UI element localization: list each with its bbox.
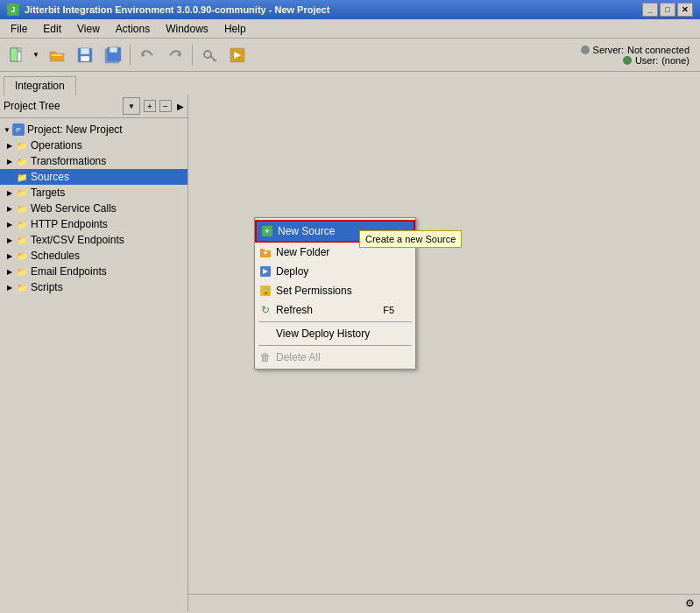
window-controls[interactable]: _ □ ✕ xyxy=(642,3,693,17)
project-tree-label: Project Tree xyxy=(4,100,119,112)
scripts-arrow: ▶ xyxy=(7,284,14,292)
app-icon: J xyxy=(7,4,19,16)
svg-text:🔒: 🔒 xyxy=(261,285,272,296)
server-status-indicator xyxy=(581,46,590,54)
ctx-deploy[interactable]: Deploy xyxy=(255,262,415,281)
open-button[interactable] xyxy=(44,42,70,68)
tree-node-operations[interactable]: ▶ 📁 Operations xyxy=(0,137,187,153)
user-status-indicator xyxy=(623,56,632,65)
ctx-refresh[interactable]: ↻ Refresh F5 xyxy=(255,300,415,320)
server-info: Server: Not connected User: (none) xyxy=(581,45,696,66)
menu-help[interactable]: Help xyxy=(217,21,253,37)
minimize-button[interactable]: _ xyxy=(642,3,658,17)
tree-node-email[interactable]: ▶ 📁 Email Endpoints xyxy=(0,264,187,279)
svg-rect-1 xyxy=(11,48,18,61)
left-panel: Project Tree ▼ + − ▶ ▼ P Project: New Pr… xyxy=(0,95,188,611)
http-folder-icon: 📁 xyxy=(16,218,28,230)
toolbar-separator-2 xyxy=(192,45,193,66)
menu-actions[interactable]: Actions xyxy=(109,21,157,37)
project-arrow: ▼ xyxy=(4,126,11,134)
key-button[interactable] xyxy=(196,42,223,68)
operations-folder-icon: 📁 xyxy=(16,139,28,151)
menu-windows[interactable]: Windows xyxy=(159,21,216,37)
ctx-set-permissions[interactable]: 🔒 Set Permissions xyxy=(255,281,415,300)
ctx-separator-2 xyxy=(258,345,412,346)
tree-node-http[interactable]: ▶ 📁 HTTP Endpoints xyxy=(0,216,187,232)
deploy-button[interactable] xyxy=(224,42,251,68)
tree-node-sources[interactable]: 📁 Sources xyxy=(0,169,187,185)
tab-bar: Integration xyxy=(0,72,700,95)
permissions-icon: 🔒 xyxy=(259,285,272,297)
tree-nav-button[interactable]: ▶ xyxy=(177,102,184,111)
status-bar: ⚙ xyxy=(188,594,700,611)
redo-button[interactable] xyxy=(162,42,188,68)
server-row: Server: Not connected xyxy=(581,45,689,55)
targets-arrow: ▶ xyxy=(7,189,14,197)
tooltip: Create a new Source xyxy=(359,230,462,248)
new-dropdown-button[interactable]: ▼ xyxy=(30,42,42,68)
project-tree: ▼ P Project: New Project ▶ 📁 Operations … xyxy=(0,118,187,611)
user-row: User: (none) xyxy=(623,55,689,66)
ctx-delete-all[interactable]: 🗑 Delete All xyxy=(255,348,415,367)
ctx-view-deploy-history[interactable]: View Deploy History xyxy=(255,324,415,343)
svg-rect-4 xyxy=(81,48,89,54)
delete-all-icon: 🗑 xyxy=(259,351,272,363)
menu-view[interactable]: View xyxy=(70,21,107,37)
tree-node-web-service[interactable]: ▶ 📁 Web Service Calls xyxy=(0,201,187,216)
operations-arrow: ▶ xyxy=(7,142,14,150)
tree-node-transformations[interactable]: ▶ 📁 Transformations xyxy=(0,153,187,169)
new-button[interactable] xyxy=(4,42,30,68)
menu-edit[interactable]: Edit xyxy=(36,21,68,37)
server-value: Not connected xyxy=(627,45,689,55)
title-bar: J Jitterbit Integration Environment 3.0.… xyxy=(0,0,700,19)
tree-expand-button[interactable]: + xyxy=(144,100,156,112)
server-label: Server: xyxy=(593,45,624,55)
http-arrow: ▶ xyxy=(7,221,14,229)
text-csv-arrow: ▶ xyxy=(7,236,14,244)
svg-text:+: + xyxy=(263,249,267,257)
schedules-folder-icon: 📁 xyxy=(16,250,28,262)
tree-node-targets[interactable]: ▶ 📁 Targets xyxy=(0,185,187,201)
main-area: Project Tree ▼ + − ▶ ▼ P Project: New Pr… xyxy=(0,95,700,611)
ctx-separator-1 xyxy=(258,321,412,322)
targets-folder-icon: 📁 xyxy=(16,187,28,199)
tree-node-schedules[interactable]: ▶ 📁 Schedules xyxy=(0,248,187,264)
project-icon: P xyxy=(12,123,25,136)
new-source-icon: + xyxy=(261,225,273,237)
right-panel: + New Source + New Folder xyxy=(188,95,700,611)
svg-marker-10 xyxy=(177,53,180,57)
svg-rect-8 xyxy=(110,47,117,53)
refresh-icon: ↻ xyxy=(259,304,272,316)
scripts-folder-icon: 📁 xyxy=(16,281,28,293)
gear-icon[interactable]: ⚙ xyxy=(682,596,696,610)
menu-bar: File Edit View Actions Windows Help xyxy=(0,19,700,39)
toolbar-separator-1 xyxy=(130,45,131,66)
save-button[interactable] xyxy=(72,42,98,68)
save-all-button[interactable] xyxy=(100,42,126,68)
email-folder-icon: 📁 xyxy=(16,265,28,278)
sources-folder-icon: 📁 xyxy=(16,171,28,183)
toolbar: ▼ xyxy=(0,39,700,72)
undo-button[interactable] xyxy=(134,42,160,68)
tree-node-project[interactable]: ▼ P Project: New Project xyxy=(0,122,187,137)
web-service-folder-icon: 📁 xyxy=(16,202,28,215)
deploy-icon xyxy=(259,265,272,278)
refresh-shortcut: F5 xyxy=(383,305,394,315)
user-value: (none) xyxy=(661,55,689,66)
close-button[interactable]: ✕ xyxy=(677,3,693,17)
project-tree-header: Project Tree ▼ + − ▶ xyxy=(0,95,187,118)
new-folder-icon: + xyxy=(259,246,272,258)
tree-dropdown-button[interactable]: ▼ xyxy=(123,97,140,115)
web-service-arrow: ▶ xyxy=(7,205,14,213)
text-csv-folder-icon: 📁 xyxy=(16,234,28,246)
schedules-arrow: ▶ xyxy=(7,252,14,260)
svg-text:+: + xyxy=(265,227,269,236)
tree-collapse-button[interactable]: − xyxy=(159,100,172,112)
menu-file[interactable]: File xyxy=(4,21,34,37)
svg-marker-9 xyxy=(142,53,145,57)
tree-node-text-csv[interactable]: ▶ 📁 Text/CSV Endpoints xyxy=(0,232,187,248)
tree-node-scripts[interactable]: ▶ 📁 Scripts xyxy=(0,279,187,295)
transformations-folder-icon: 📁 xyxy=(16,155,28,167)
maximize-button[interactable]: □ xyxy=(660,3,675,17)
tab-integration[interactable]: Integration xyxy=(4,76,76,95)
